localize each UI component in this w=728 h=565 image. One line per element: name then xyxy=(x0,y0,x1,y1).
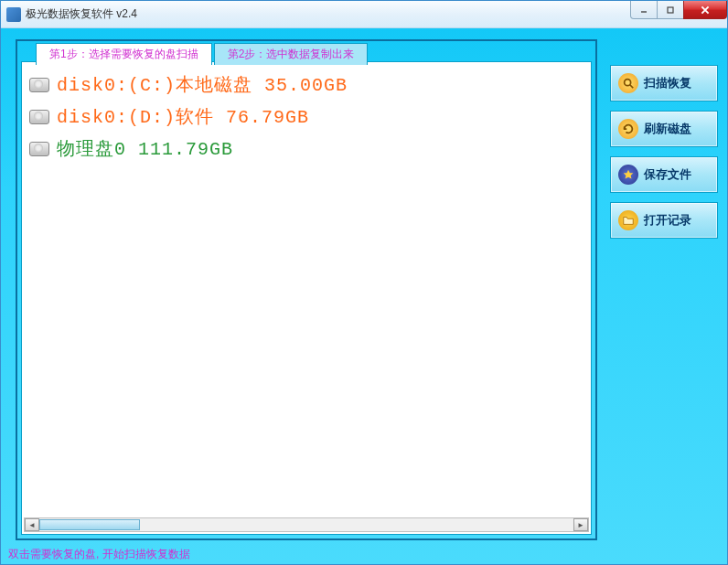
scroll-thumb[interactable] xyxy=(39,519,140,530)
save-file-button[interactable]: 保存文件 xyxy=(610,156,718,193)
minimize-button[interactable] xyxy=(630,1,658,19)
folder-icon xyxy=(618,210,638,230)
scan-recover-button[interactable]: 扫描恢复 xyxy=(610,65,718,101)
disk-icon xyxy=(29,78,49,92)
button-label: 打开记录 xyxy=(644,212,691,229)
refresh-disks-button[interactable]: 刷新磁盘 xyxy=(610,111,718,147)
app-icon xyxy=(6,7,21,22)
magnify-icon xyxy=(618,73,638,93)
button-label: 扫描恢复 xyxy=(644,75,691,91)
disk-label: disk0:(D:)软件 76.79GB xyxy=(57,104,309,129)
disk-icon xyxy=(29,110,49,124)
close-button[interactable] xyxy=(683,1,727,19)
button-label: 刷新磁盘 xyxy=(644,121,691,137)
star-icon xyxy=(618,165,638,185)
button-label: 保存文件 xyxy=(644,166,691,183)
window-controls xyxy=(631,1,727,19)
maximize-button[interactable] xyxy=(657,1,684,19)
disk-row[interactable]: 物理盘0 111.79GB xyxy=(27,133,585,164)
svg-line-3 xyxy=(630,85,634,89)
disk-row[interactable]: disk0:(D:)软件 76.79GB xyxy=(27,101,585,132)
svg-rect-1 xyxy=(668,7,673,13)
svg-point-2 xyxy=(625,80,631,86)
titlebar: 极光数据恢复软件 v2.4 xyxy=(1,1,727,28)
tab-step2[interactable]: 第2步：选中数据复制出来 xyxy=(214,43,369,65)
tabs: 第1步：选择需要恢复的盘扫描 第2步：选中数据复制出来 xyxy=(21,39,369,65)
scroll-right-arrow[interactable]: ► xyxy=(573,518,588,531)
scroll-left-arrow[interactable]: ◄ xyxy=(25,518,39,531)
open-record-button[interactable]: 打开记录 xyxy=(610,202,718,239)
app-window: 极光数据恢复软件 v2.4 第1步：选择需要恢复的盘扫描 第2步：选中数据复制出… xyxy=(0,0,728,565)
client-area: 第1步：选择需要恢复的盘扫描 第2步：选中数据复制出来 disk0:(C:)本地… xyxy=(1,28,727,564)
refresh-icon xyxy=(618,119,638,139)
disk-label: disk0:(C:)本地磁盘 35.00GB xyxy=(57,72,348,97)
disk-list-panel: disk0:(C:)本地磁盘 35.00GB disk0:(D:)软件 76.7… xyxy=(21,61,592,535)
disk-list: disk0:(C:)本地磁盘 35.00GB disk0:(D:)软件 76.7… xyxy=(22,62,591,173)
tab-step1[interactable]: 第1步：选择需要恢复的盘扫描 xyxy=(36,43,212,65)
disk-icon xyxy=(29,142,49,156)
status-text: 双击需要恢复的盘, 开始扫描恢复数据 xyxy=(8,547,190,562)
disk-row[interactable]: disk0:(C:)本地磁盘 35.00GB xyxy=(27,69,585,100)
horizontal-scrollbar[interactable]: ◄ ► xyxy=(24,517,589,532)
disk-label: 物理盘0 111.79GB xyxy=(57,136,233,161)
window-title: 极光数据恢复软件 v2.4 xyxy=(26,6,137,22)
sidebar: 扫描恢复 刷新磁盘 保存文件 打开记录 xyxy=(610,65,718,239)
